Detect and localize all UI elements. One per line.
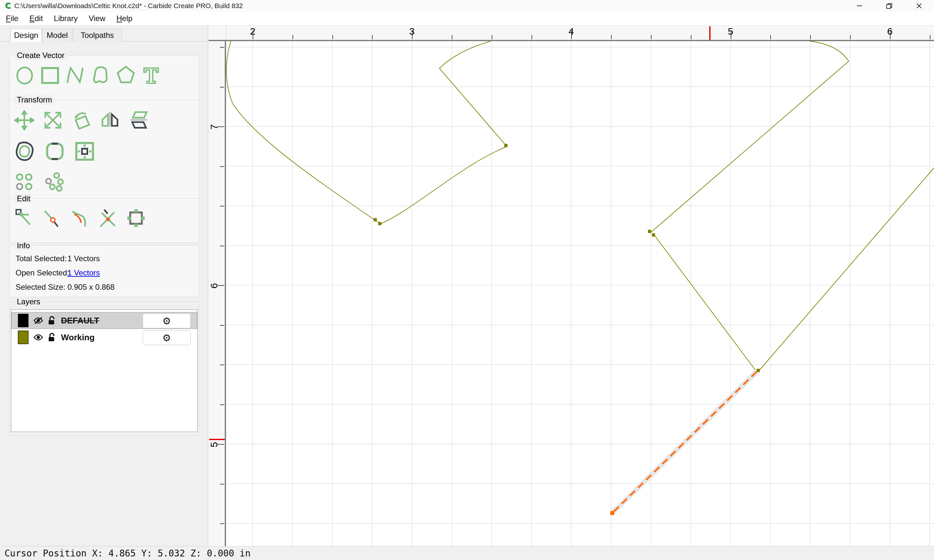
- layer-settings-button[interactable]: ⚙: [143, 313, 191, 328]
- layer-row-default[interactable]: DEFAULT ⚙: [12, 312, 197, 329]
- ruler-number: 3: [409, 26, 415, 37]
- vector-path[interactable]: [655, 235, 757, 372]
- vector-path[interactable]: [759, 168, 934, 371]
- info-row: Open Selected:1 Vectors: [15, 268, 100, 277]
- circle-tool-icon[interactable]: [14, 65, 35, 85]
- vector-node[interactable]: [504, 144, 507, 147]
- mirror-tool-icon[interactable]: [100, 110, 120, 130]
- offset-tool-icon[interactable]: [14, 141, 35, 162]
- ruler-tick: [930, 35, 931, 39]
- drawing-area[interactable]: [226, 41, 934, 546]
- rotate-tool-icon[interactable]: [71, 110, 91, 130]
- canvas-svg[interactable]: [226, 41, 934, 546]
- tab-toolpaths[interactable]: Toolpaths: [72, 29, 122, 42]
- resize-handles-tool-icon[interactable]: [126, 208, 146, 228]
- round-corners-tool-icon[interactable]: [44, 141, 66, 162]
- ruler-tick: [220, 325, 224, 326]
- vector-node[interactable]: [652, 233, 655, 237]
- sidebar-tab-bar: DesignModelToolpaths: [0, 26, 208, 42]
- ruler-tick: [691, 35, 691, 39]
- transform-tools-row3: [14, 172, 64, 192]
- layers-label: Layers: [14, 297, 43, 306]
- transform-tools-row2: [14, 141, 96, 162]
- transform-tools-row1: [14, 110, 148, 130]
- circular-array-tool-icon[interactable]: [44, 172, 64, 192]
- edit-group: Edit: [9, 198, 199, 243]
- ruler-tick: [293, 35, 293, 39]
- vector-path[interactable]: [227, 41, 507, 224]
- ruler-tick: [850, 35, 851, 39]
- layer-color-swatch[interactable]: [18, 314, 29, 327]
- layer-color-swatch[interactable]: [18, 331, 29, 344]
- ruler-tick: [372, 35, 373, 39]
- visibility-off-icon[interactable]: [33, 316, 43, 325]
- transform-label: Transform: [14, 95, 54, 105]
- move-node-tool-icon[interactable]: [42, 208, 62, 228]
- title-bar: C C:\Users\willa\Downloads\Celtic Knot.c…: [0, 0, 934, 11]
- ruler-tick: [220, 87, 224, 88]
- ruler-number: 4: [569, 26, 574, 37]
- layer-row-working[interactable]: Working ⚙: [12, 329, 197, 345]
- flip-tool-icon[interactable]: [128, 110, 148, 130]
- menu-library[interactable]: Library: [51, 13, 80, 24]
- horizontal-ruler: 23456: [226, 26, 934, 41]
- rectangle-tool-icon[interactable]: [40, 65, 60, 85]
- selected-endpoint-node[interactable]: [610, 511, 614, 515]
- menu-help[interactable]: Help: [114, 13, 135, 24]
- vector-path[interactable]: [651, 41, 849, 232]
- info-row: Selected Size:0.905 x 0.868: [15, 283, 114, 292]
- ruler-number: 2: [250, 26, 256, 37]
- polyline-tool-icon[interactable]: [65, 65, 86, 85]
- open-vectors-link[interactable]: 1 Vectors: [68, 268, 100, 277]
- layer-settings-button[interactable]: ⚙: [143, 330, 191, 345]
- shrink-fit-tool-icon[interactable]: [74, 141, 96, 162]
- layers-panel: DEFAULT ⚙ Working ⚙: [11, 309, 197, 432]
- menu-file[interactable]: File: [3, 13, 21, 24]
- create-vector-label: Create Vector: [14, 51, 67, 60]
- vector-node[interactable]: [378, 222, 381, 225]
- edit-tools: [14, 208, 146, 228]
- unlocked-icon[interactable]: [48, 316, 56, 325]
- info-row-label: Open Selected:: [15, 268, 68, 277]
- scale-tool-icon[interactable]: [43, 110, 63, 130]
- cursor-position-readout: Cursor Position X: 4.865 Y: 5.032 Z: 0.0…: [5, 548, 251, 559]
- ruler-number: 7: [208, 122, 220, 132]
- trim-tool-icon[interactable]: [98, 208, 118, 228]
- curve-tool-icon[interactable]: [90, 65, 111, 85]
- vector-node[interactable]: [374, 218, 377, 222]
- close-button[interactable]: [904, 0, 934, 11]
- menu-view[interactable]: View: [86, 13, 108, 24]
- menu-bar: FileEditLibraryViewHelp: [0, 11, 934, 26]
- minimize-button[interactable]: [845, 0, 874, 11]
- ruler-tick: [220, 47, 224, 48]
- ruler-tick: [810, 35, 811, 39]
- tab-design[interactable]: Design: [10, 29, 42, 42]
- edit-label: Edit: [14, 194, 33, 203]
- info-row-label: Total Selected:: [15, 254, 68, 263]
- ruler-tick: [220, 523, 224, 524]
- cursor-y-marker: [209, 439, 225, 440]
- vertical-ruler: 765: [208, 41, 226, 546]
- layer-name: Working: [61, 332, 95, 343]
- restore-button[interactable]: [874, 0, 904, 11]
- edit-curve-tool-icon[interactable]: [70, 208, 90, 228]
- menu-edit[interactable]: Edit: [27, 13, 45, 24]
- unlocked-icon[interactable]: [48, 333, 56, 342]
- vector-node[interactable]: [757, 369, 760, 372]
- info-label: Info: [14, 241, 32, 250]
- align-tool-icon[interactable]: [14, 172, 34, 192]
- polygon-tool-icon[interactable]: [116, 65, 136, 85]
- vector-node[interactable]: [648, 230, 651, 233]
- ruler-number: 6: [208, 281, 220, 291]
- ruler-tick: [220, 484, 224, 485]
- move-tool-icon[interactable]: [14, 110, 34, 130]
- visibility-on-icon[interactable]: [33, 333, 43, 342]
- text-tool-icon[interactable]: [141, 65, 162, 85]
- canvas-area: 23456 765: [208, 26, 934, 546]
- ruler-tick: [220, 365, 224, 365]
- transform-group: Transform: [9, 100, 199, 215]
- node-select-tool-icon[interactable]: [14, 208, 34, 228]
- ruler-tick: [220, 166, 224, 167]
- tab-model[interactable]: Model: [42, 29, 72, 42]
- info-group: Info Total Selected:1 VectorsOpen Select…: [9, 245, 199, 297]
